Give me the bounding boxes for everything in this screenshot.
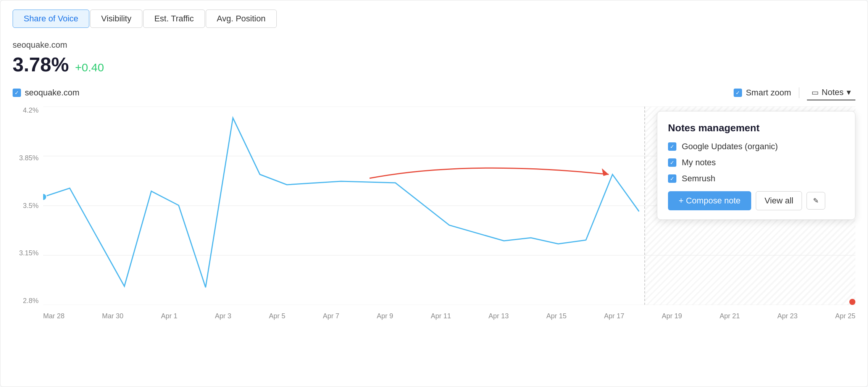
tab-visibility[interactable]: Visibility — [90, 10, 142, 28]
svg-marker-6 — [602, 168, 609, 176]
x-label-11: Apr 19 — [662, 312, 682, 320]
note-checkbox-google-updates[interactable]: ✓ — [668, 142, 676, 151]
tab-share-of-voice[interactable]: Share of Voice — [13, 10, 89, 28]
x-label-0: Mar 28 — [43, 312, 65, 320]
chevron-down-icon: ▾ — [847, 87, 851, 97]
y-axis: 4.2% 3.85% 3.5% 3.15% 2.8% — [13, 106, 43, 305]
compose-note-button[interactable]: + Compose note — [668, 191, 751, 210]
tab-est-traffic[interactable]: Est. Traffic — [143, 10, 205, 28]
view-all-button[interactable]: View all — [756, 191, 802, 210]
notes-icon: ▭ — [812, 88, 819, 97]
y-label-0: 4.2% — [23, 106, 39, 114]
legend-domain-label: seoquake.com — [25, 88, 79, 98]
svg-point-5 — [43, 194, 47, 200]
y-label-3: 3.15% — [19, 249, 39, 257]
divider — [799, 87, 799, 98]
note-label-my-notes: My notes — [682, 158, 716, 168]
x-label-4: Apr 5 — [269, 312, 285, 320]
x-label-3: Apr 3 — [215, 312, 231, 320]
x-label-6: Apr 9 — [377, 312, 393, 320]
x-label-13: Apr 23 — [778, 312, 798, 320]
metric-row: 3.78% +0.40 — [13, 53, 855, 76]
red-indicator-dot — [849, 299, 855, 305]
note-label-semrush: Semrush — [682, 174, 715, 184]
notes-dropdown-title: Notes management — [668, 122, 844, 134]
notes-button[interactable]: ▭ Notes ▾ — [807, 85, 855, 100]
smart-zoom-control: ✓ Smart zoom — [734, 88, 791, 98]
x-label-1: Mar 30 — [102, 312, 123, 320]
note-checkbox-semrush[interactable]: ✓ — [668, 174, 676, 183]
note-item-google-updates: ✓ Google Updates (organic) — [668, 142, 844, 152]
legend-row: ✓ seoquake.com ✓ Smart zoom ▭ Notes ▾ — [13, 85, 855, 100]
x-label-12: Apr 21 — [720, 312, 740, 320]
smart-zoom-checkbox[interactable]: ✓ — [734, 89, 742, 97]
domain-name: seoquake.com — [13, 40, 855, 50]
legend-checkbox-domain[interactable]: ✓ — [13, 89, 21, 97]
notes-actions: + Compose note View all ✎ — [668, 191, 844, 210]
x-label-2: Apr 1 — [161, 312, 177, 320]
note-item-my-notes: ✓ My notes — [668, 158, 844, 168]
x-label-8: Apr 13 — [489, 312, 509, 320]
metric-value: 3.78% — [13, 53, 69, 76]
y-label-1: 3.85% — [19, 154, 39, 162]
tab-avg-position[interactable]: Avg. Position — [206, 10, 277, 28]
y-label-2: 3.5% — [23, 202, 39, 210]
x-label-14: Apr 25 — [835, 312, 855, 320]
main-container: Share of Voice Visibility Est. Traffic A… — [0, 0, 868, 387]
edit-notes-button[interactable]: ✎ — [807, 192, 825, 210]
smart-zoom-label: Smart zoom — [746, 88, 791, 98]
note-checkbox-my-notes[interactable]: ✓ — [668, 158, 676, 167]
x-label-10: Apr 17 — [604, 312, 624, 320]
x-label-7: Apr 11 — [431, 312, 451, 320]
x-label-9: Apr 15 — [546, 312, 566, 320]
notes-label: Notes — [822, 87, 844, 97]
note-label-google-updates: Google Updates (organic) — [682, 142, 778, 152]
x-axis: Mar 28 Mar 30 Apr 1 Apr 3 Apr 5 Apr 7 Ap… — [43, 312, 855, 320]
metric-delta: +0.40 — [75, 61, 104, 74]
legend-domain: ✓ seoquake.com — [13, 88, 79, 98]
right-controls: ✓ Smart zoom ▭ Notes ▾ — [734, 85, 855, 100]
note-item-semrush: ✓ Semrush — [668, 174, 844, 184]
y-label-4: 2.8% — [23, 297, 39, 305]
x-label-5: Apr 7 — [323, 312, 339, 320]
tabs-bar: Share of Voice Visibility Est. Traffic A… — [13, 10, 855, 28]
edit-icon: ✎ — [813, 197, 819, 205]
notes-dropdown: Notes management ✓ Google Updates (organ… — [657, 111, 855, 220]
